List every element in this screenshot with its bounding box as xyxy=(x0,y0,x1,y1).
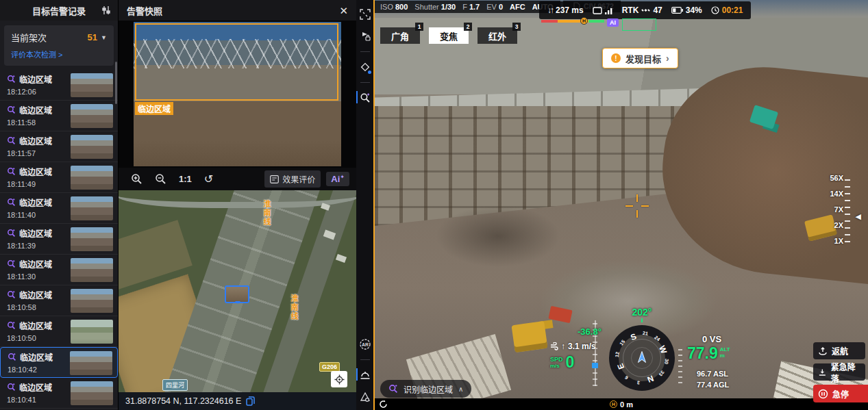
altitude-readout: 77.9 ALTm xyxy=(687,344,730,363)
alarm-item-thumbnail[interactable] xyxy=(71,381,113,405)
alarm-list-item[interactable]: 临边区域 18:10:42 xyxy=(0,347,118,378)
ai-detection-badge: AI xyxy=(607,18,619,27)
target-found-button[interactable]: ! 发现目标 › xyxy=(602,48,678,68)
satellite-icon xyxy=(641,6,650,14)
toolbar-divider xyxy=(360,82,370,83)
speed-readout: SPDm/s 0 xyxy=(550,353,574,372)
ar-overlay-icon[interactable]: AR xyxy=(356,335,373,353)
detection-bbox-label: 临边区域 xyxy=(135,102,173,115)
gimbal-crosshair xyxy=(625,194,649,218)
alarm-item-thumbnail[interactable] xyxy=(71,73,113,97)
compass-tick-label: 30 xyxy=(664,359,669,365)
compass-tick-label: S xyxy=(629,331,638,342)
zoom-scale[interactable]: 56X 14X 7X 2X 1X ◀ xyxy=(823,174,861,245)
coordinates-bar: 31.8878754 N, 117.2324616 E xyxy=(119,392,356,410)
alarm-list-item[interactable]: 临边区域 18:10:58 xyxy=(0,285,118,316)
locate-me-button[interactable] xyxy=(331,371,347,387)
alarm-item-label: 临边区域 xyxy=(19,289,52,300)
compass-tick-label: E xyxy=(615,362,626,371)
alarm-list-item[interactable]: 临边区域 18:11:57 xyxy=(0,131,118,162)
detection-bbox xyxy=(135,23,338,101)
snapshot-toolbar: 1:1 ↺ 效果评价 Ai✦ xyxy=(119,168,356,190)
warning-icon: ! xyxy=(611,53,621,63)
video-link-status xyxy=(593,7,613,14)
vertical-speed: 0 VS xyxy=(702,334,721,344)
alarm-list-item[interactable]: 临边区域 18:10:41 xyxy=(0,378,118,409)
gimbal-pitch-handle[interactable] xyxy=(592,363,598,368)
alarm-records-sidebar: 目标告警记录 当前架次 51 ▼ 评价本次检测 > 临边区域 18:12:06 xyxy=(0,0,119,410)
alarm-item-thumbnail[interactable] xyxy=(71,166,113,190)
main-video-feed[interactable]: ISO800 Shutter1/30 F1.7 EV0 AFC AUTO CIV… xyxy=(373,0,868,410)
sidebar-scrollbar[interactable] xyxy=(115,62,117,104)
alarm-list-item[interactable]: 临边区域 18:11:39 xyxy=(0,224,118,255)
zoom-out-icon[interactable] xyxy=(155,173,166,185)
mini-map[interactable]: 淮南线 淮南线 四里河 G206 xyxy=(119,190,356,392)
snapshot-image[interactable]: 临边区域 xyxy=(134,22,341,166)
ai-enhance-button[interactable]: Ai✦ xyxy=(326,172,349,186)
alarm-item-thumbnail[interactable] xyxy=(71,258,113,282)
alarm-item-thumbnail[interactable] xyxy=(71,104,113,128)
return-home-button[interactable]: 返航 xyxy=(813,342,865,359)
refresh-icon[interactable] xyxy=(379,400,388,409)
filter-icon[interactable] xyxy=(101,5,112,16)
toolbar-divider xyxy=(360,359,370,360)
alarm-item-thumbnail[interactable] xyxy=(71,227,113,251)
alarm-item-label: 临边区域 xyxy=(19,196,52,208)
alarm-list-item[interactable]: 临边区域 18:11:40 xyxy=(0,193,118,224)
map-photo-marker[interactable] xyxy=(225,285,249,303)
map-road-label: 淮南线 xyxy=(261,200,272,227)
alarm-item-thumbnail[interactable] xyxy=(71,289,113,313)
alarm-item-thumbnail[interactable] xyxy=(71,196,113,220)
emergency-stop-button[interactable]: 急停 xyxy=(813,385,868,402)
ai-magnifier-icon xyxy=(7,321,16,330)
alarm-item-label: 临边区域 xyxy=(19,320,52,331)
alarm-item-thumbnail[interactable] xyxy=(70,351,112,375)
detection-box xyxy=(622,18,656,31)
chevron-right-icon: › xyxy=(666,53,669,64)
tab-wide-angle[interactable]: 广角1 xyxy=(380,27,420,44)
heading-tick xyxy=(641,318,643,322)
alarm-list-item[interactable]: 临边区域 18:11:49 xyxy=(0,162,118,193)
alarm-list: 临边区域 18:12:06 临边区域 18:11:58 临边区域 xyxy=(0,70,118,410)
ai-magnifier-icon xyxy=(7,75,16,84)
clock-icon xyxy=(711,6,719,14)
snapshot-header: 告警快照 ✕ xyxy=(119,0,356,21)
landing-site-icon[interactable] xyxy=(356,366,373,384)
alarm-list-item[interactable]: 临边区域 18:10:50 xyxy=(0,316,118,347)
alarm-item-thumbnail[interactable] xyxy=(71,135,113,159)
sortie-value[interactable]: 51 xyxy=(88,32,97,42)
rotate-icon[interactable]: ↺ xyxy=(204,172,213,185)
alarm-item-thumbnail[interactable] xyxy=(71,320,113,344)
close-icon[interactable]: ✕ xyxy=(339,5,348,16)
ai-magnifier-icon xyxy=(7,167,16,176)
zoom-ratio-button[interactable]: 1:1 xyxy=(179,174,192,184)
chevron-down-icon[interactable]: ▼ xyxy=(101,34,107,41)
flight-action-buttons: 返航 紧急降落 急停 xyxy=(812,342,868,407)
alarm-list-item[interactable]: 临边区域 18:11:30 xyxy=(0,255,118,285)
alarm-list-item[interactable]: 临边区域 18:12:06 xyxy=(0,70,118,101)
waypoint-flag-icon[interactable] xyxy=(356,27,373,45)
copy-icon[interactable] xyxy=(246,396,255,406)
ai-recognition-icon[interactable] xyxy=(356,89,373,107)
drone-ops-app: 目标告警记录 当前架次 51 ▼ 评价本次检测 > 临边区域 18:12:06 xyxy=(0,0,868,410)
effect-evaluate-button[interactable]: 效果评价 xyxy=(264,170,321,188)
current-sortie-card: 当前架次 51 ▼ 评价本次检测 > xyxy=(4,25,114,66)
coordinates-text: 31.8878754 N, 117.2324616 E xyxy=(125,396,241,406)
alarm-list-item[interactable]: 临边区域 18:11:58 xyxy=(0,101,118,131)
swap-view-icon[interactable] xyxy=(356,5,373,23)
sortie-label: 当前架次 xyxy=(11,31,47,44)
pin-point-icon[interactable] xyxy=(356,58,373,76)
alarm-item-label: 临边区域 xyxy=(19,381,52,393)
aircraft-arrow-icon xyxy=(634,350,650,366)
attitude-indicator-icon[interactable] xyxy=(356,388,373,406)
chevron-up-icon: ∧ xyxy=(458,385,463,393)
recognition-task-pill[interactable]: 识别临边区域 ∧ xyxy=(380,380,471,398)
tab-zoom[interactable]: 变焦2 xyxy=(429,27,469,44)
emergency-land-button[interactable]: 紧急降落 xyxy=(813,363,865,381)
alarm-item-label: 临边区域 xyxy=(19,227,52,239)
ai-magnifier-icon xyxy=(7,259,16,268)
tab-infrared[interactable]: 红外3 xyxy=(478,27,517,44)
evaluate-detection-link[interactable]: 评价本次检测 > xyxy=(11,49,107,60)
zoom-in-icon[interactable] xyxy=(131,173,142,185)
return-home-icon xyxy=(818,346,828,356)
